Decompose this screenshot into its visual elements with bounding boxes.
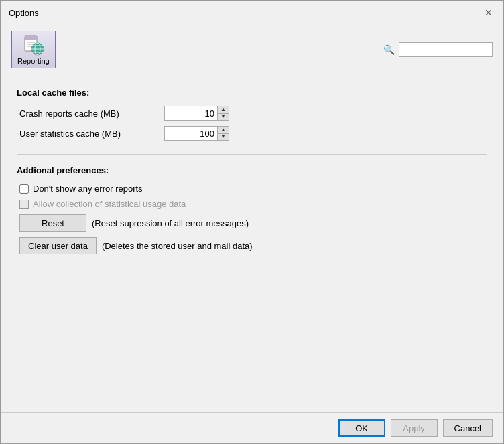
crash-cache-label: Crash reports cache (MB) <box>19 108 153 119</box>
cancel-button[interactable]: Cancel <box>443 419 493 437</box>
clear-note: (Deletes the stored user and mail data) <box>102 241 253 251</box>
cache-grid: Crash reports cache (MB) ▲ ▼ User statis… <box>19 106 487 141</box>
apply-button[interactable]: Apply <box>391 419 438 437</box>
user-stats-up[interactable]: ▲ <box>218 127 229 133</box>
dialog-title: Options <box>9 8 39 18</box>
crash-cache-up[interactable]: ▲ <box>218 106 229 113</box>
checkbox1-row: Don't show any error reports <box>19 183 487 194</box>
ok-button[interactable]: OK <box>338 419 385 437</box>
clear-row: Clear user data (Deletes the stored user… <box>19 237 487 254</box>
reset-button[interactable]: Reset <box>19 214 86 232</box>
allow-collection-checkbox <box>19 200 29 209</box>
close-button[interactable]: ✕ <box>482 6 495 19</box>
crash-cache-input[interactable] <box>164 106 218 121</box>
toolbar-icons: Reporting <box>11 31 56 68</box>
toolbar: Reporting 🔍 <box>1 25 503 74</box>
footer: OK Apply Cancel <box>1 412 503 443</box>
checkbox2-row: Allow collection of statistical usage da… <box>19 199 487 209</box>
dont-show-errors-checkbox[interactable] <box>19 184 29 194</box>
reset-note: (Reset supression of all error messages) <box>92 218 249 228</box>
title-bar-left: Options <box>9 8 39 18</box>
reporting-tab[interactable]: Reporting <box>11 31 56 68</box>
allow-collection-label: Allow collection of statistical usage da… <box>33 199 186 209</box>
divider <box>17 154 487 155</box>
search-icon: 🔍 <box>383 44 395 55</box>
crash-cache-spinner: ▲ ▼ <box>164 106 245 121</box>
user-stats-down[interactable]: ▼ <box>218 133 229 141</box>
options-dialog: Options ✕ <box>0 0 504 444</box>
crash-cache-spinner-buttons: ▲ ▼ <box>218 106 229 121</box>
toolbar-search: 🔍 <box>383 42 493 57</box>
user-stats-input[interactable] <box>164 126 218 141</box>
addl-title: Addional preferences: <box>17 165 487 175</box>
user-stats-label: User statistics cache (MB) <box>19 129 153 139</box>
reporting-label: Reporting <box>17 57 50 65</box>
search-input[interactable] <box>399 42 493 57</box>
dont-show-errors-label: Don't show any error reports <box>33 183 143 194</box>
clear-user-data-button[interactable]: Clear user data <box>19 237 97 254</box>
user-stats-spinner: ▲ ▼ <box>164 126 245 141</box>
svg-rect-1 <box>25 36 37 40</box>
crash-cache-down[interactable]: ▼ <box>218 113 229 121</box>
title-bar: Options ✕ <box>1 1 503 25</box>
reset-row: Reset (Reset supression of all error mes… <box>19 214 487 232</box>
user-stats-spinner-buttons: ▲ ▼ <box>218 126 229 141</box>
reporting-icon <box>23 34 44 56</box>
main-content: Local cache files: Crash reports cache (… <box>1 74 503 412</box>
local-cache-title: Local cache files: <box>17 88 487 98</box>
